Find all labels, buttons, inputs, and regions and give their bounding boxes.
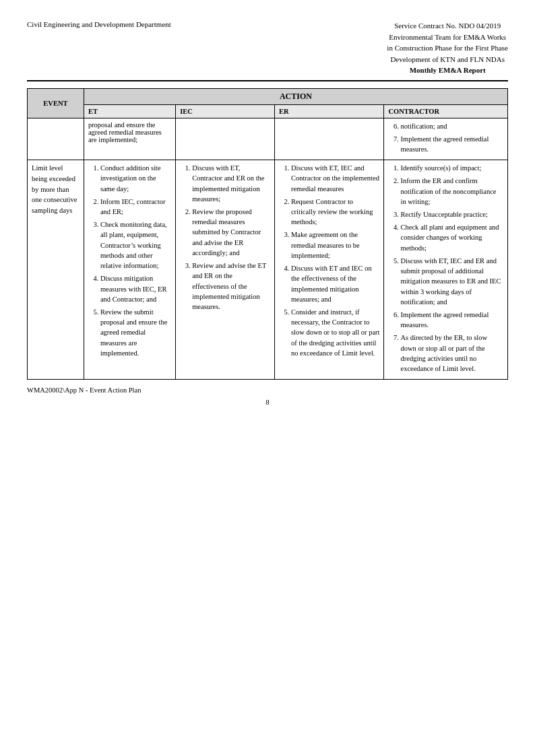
et-cell-2: Conduct addition site investigation on t… [84,160,175,380]
col-action-header: ACTION [84,88,507,104]
col-et-header: ET [84,104,175,118]
event-cell-1 [28,118,84,160]
header-divider [27,80,508,81]
er-cell-2: Discuss with ET, IEC and Contractor on t… [274,160,384,380]
event-action-table: EVENT ACTION ET IEC ER CONTRACTOR propos… [27,88,508,380]
et-cell-1: proposal and ensure the agreed remedial … [84,118,175,160]
header-right: Service Contract No. NDO 04/2019 Environ… [387,20,508,76]
header-left: Civil Engineering and Development Depart… [27,20,171,28]
col-er-header: ER [274,104,384,118]
col-iec-header: IEC [176,104,275,118]
contractor-cell-1: notification; and Implement the agreed r… [384,118,508,160]
iec-cell-1 [176,118,275,160]
table-row-continuation: proposal and ensure the agreed remedial … [28,118,508,160]
table-row-limit-level: Limit level being exceeded by more than … [28,160,508,380]
footer-page: 8 [27,398,508,406]
iec-cell-2: Discuss with ET, Contractor and ER on th… [176,160,275,380]
col-event-header: EVENT [28,88,84,118]
col-contractor-header: CONTRACTOR [384,104,508,118]
contractor-cell-2: Identify source(s) of impact; Inform the… [384,160,508,380]
page-header: Civil Engineering and Development Depart… [27,20,508,76]
footer-path: WMA20002\App N - Event Action Plan [27,386,508,394]
er-cell-1 [274,118,384,160]
event-cell-2: Limit level being exceeded by more than … [28,160,84,380]
